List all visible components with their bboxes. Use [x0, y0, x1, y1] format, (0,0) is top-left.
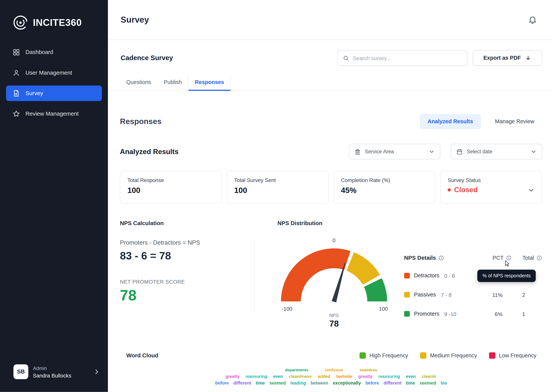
row-pct: 11%: [478, 292, 512, 298]
incite360-logo-icon: [13, 15, 28, 30]
row-pct: 6%: [478, 311, 512, 317]
info-icon[interactable]: [537, 255, 542, 261]
stat-value: 100: [234, 186, 321, 195]
tab-responses[interactable]: Responses: [188, 75, 231, 91]
gauge-needle: [332, 263, 345, 302]
word-cloud-word: greatly: [358, 374, 372, 379]
bell-icon[interactable]: [528, 15, 537, 24]
word-cloud-word: exceptionally: [333, 380, 361, 385]
promoters-row: Promoters 9 -10 6% 1: [404, 304, 542, 323]
responses-heading: Responses: [120, 117, 162, 126]
legend-high-frequency: High Frequency: [360, 352, 408, 359]
profile-section[interactable]: SB Admin Sandra Bullocks: [0, 356, 108, 392]
gauge-value: 78: [329, 319, 339, 329]
service-area-label: Service Area: [365, 149, 394, 154]
status-badge: Closed: [454, 186, 478, 194]
row-total: 2: [512, 292, 542, 298]
search-box[interactable]: [337, 50, 467, 66]
word-cloud-word: departments: [285, 368, 308, 372]
stat-survey-status[interactable]: Survey Status Closed: [440, 171, 542, 204]
nps-calculation-title: NPS Calculation: [120, 220, 254, 226]
passives-swatch: [404, 292, 410, 298]
stat-label: Survey Status: [448, 177, 535, 183]
search-input[interactable]: [353, 55, 462, 61]
stat-total-response: Total Response 100: [120, 171, 222, 204]
total-column-header: Total: [512, 255, 542, 261]
detractors-swatch: [404, 273, 410, 279]
export-pdf-button[interactable]: Export as PDF: [473, 50, 542, 66]
passives-row: Passives 7 - 8 11% 2: [404, 285, 542, 304]
sidebar-item-survey[interactable]: Survey: [6, 85, 102, 101]
content: Responses Analyzed Results Manage Review…: [108, 91, 552, 392]
manage-review-toggle[interactable]: Manage Review: [487, 114, 542, 129]
high-frequency-swatch: [360, 352, 366, 359]
service-area-select[interactable]: Service Area: [349, 144, 440, 159]
word-cloud-words: departmentsconfusionseamless greatlyreas…: [120, 368, 542, 385]
word-cloud-word: even: [273, 374, 283, 379]
chevron-right-icon[interactable]: [93, 368, 100, 375]
calendar-icon: [456, 148, 463, 155]
stat-completion-rate: Completion Rate (%) 45%: [334, 171, 435, 204]
nps-distribution: NPS Distribution 0 -100 100 NPS 78: [255, 220, 391, 329]
word-cloud-row: departmentsconfusionseamless: [120, 368, 542, 372]
sidebar: INCITE360 Dashboard User Management Surv…: [0, 0, 108, 392]
row-label: Promoters: [414, 311, 439, 317]
chevron-down-icon[interactable]: [528, 186, 535, 194]
sidebar-item-label: User Management: [25, 70, 72, 76]
nps-calculation: NPS Calculation Promoters - Detractors =…: [120, 220, 254, 304]
row-label: Detractors: [414, 272, 439, 279]
gauge-segment-detractors: [291, 259, 348, 301]
word-cloud-word: different: [233, 380, 251, 385]
row-label: Passives: [414, 292, 436, 298]
stat-value: 100: [127, 186, 214, 195]
stat-label: Total Survey Sent: [234, 177, 321, 183]
legend-low-frequency: Low Frequency: [489, 352, 536, 359]
word-cloud-word: reassuring: [378, 374, 400, 379]
tab-questions[interactable]: Questions: [120, 75, 157, 91]
word-cloud-word: leading: [290, 380, 306, 385]
profile-name: Sandra Bullocks: [33, 372, 71, 378]
view-toggle: Analyzed Results Manage Review: [420, 114, 542, 129]
sidebar-nav: Dashboard User Management Survey Review …: [0, 45, 108, 122]
date-select[interactable]: Select date: [451, 144, 542, 159]
legend-label: Low Frequency: [499, 352, 537, 359]
nps-formula-label: Promoters - Detractors = NPS: [120, 239, 254, 246]
avatar: SB: [14, 364, 28, 379]
nps-score-value: 78: [120, 287, 254, 304]
gauge-segment-promoters: [373, 282, 377, 301]
word-cloud-word: seemed: [269, 380, 286, 385]
sidebar-item-dashboard[interactable]: Dashboard: [6, 45, 102, 60]
word-cloud-title: Word Cloud: [126, 352, 158, 359]
word-cloud-word: before: [215, 380, 229, 385]
nps-score-label: NET PROMOTER SCORE: [120, 279, 254, 285]
responses-header: Responses Analyzed Results Manage Review: [120, 114, 542, 129]
sidebar-item-user-management[interactable]: User Management: [6, 65, 102, 81]
row-range: 9 -10: [444, 311, 456, 317]
sidebar-item-review-management[interactable]: Review Management: [6, 106, 102, 122]
nps-details: NPS Details PCT Total: [391, 255, 542, 323]
total-label: Total: [522, 255, 534, 261]
word-cloud-word: reassuring: [245, 374, 267, 379]
promoters-swatch: [404, 311, 410, 317]
analyzed-results-toggle[interactable]: Analyzed Results: [420, 114, 481, 129]
word-cloud-legend: High Frequency Medium Frequency Low Freq…: [360, 352, 537, 359]
sidebar-item-label: Review Management: [25, 111, 79, 117]
info-icon[interactable]: [438, 255, 444, 261]
profile-role: Admin: [33, 365, 71, 371]
download-icon: [525, 55, 531, 61]
gauge-mid-label: 0: [333, 237, 335, 243]
brand-name: INCITE360: [33, 17, 82, 28]
topbar: Survey: [108, 0, 552, 40]
status-row: Closed: [448, 186, 535, 194]
gauge-value-label: NPS: [329, 313, 339, 318]
word-cloud-section: Word Cloud High Frequency Medium Frequen…: [120, 352, 542, 386]
word-cloud-word: cleanlir: [422, 374, 437, 379]
tab-publish[interactable]: Publish: [157, 75, 188, 91]
chevron-down-icon: [530, 148, 537, 155]
word-cloud-word: greatly: [225, 374, 240, 379]
export-pdf-label: Export as PDF: [483, 55, 521, 61]
word-cloud-word: between: [311, 380, 328, 385]
word-cloud-word: seemed: [420, 380, 436, 385]
gauge-segment-passives: [350, 261, 371, 280]
nps-formula-value: 83 - 6 = 78: [120, 250, 254, 262]
